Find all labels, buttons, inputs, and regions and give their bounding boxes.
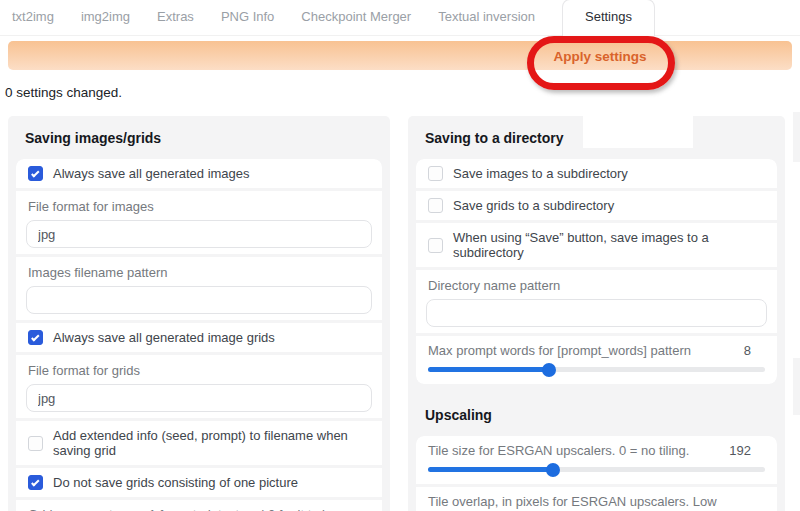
setting-add-extended-info[interactable]: Add extended info (seed, prompt) to file… — [16, 421, 382, 465]
tab-settings[interactable]: Settings — [562, 0, 655, 36]
checkmark-icon — [31, 169, 39, 177]
setting-tile-overlap: Tile overlap, in pixels for ESRGAN upsca… — [416, 487, 777, 511]
field-label: File format for grids — [28, 363, 372, 378]
field-label: Directory name pattern — [428, 278, 767, 293]
slider-label: Tile size for ESRGAN upscalers. 0 = no t… — [428, 443, 689, 458]
checkbox-label: Save images to a subdirectory — [453, 166, 628, 181]
top-tab-bar: txt2img img2img Extras PNG Info Checkpoi… — [0, 0, 800, 36]
checkbox-label: Always save all generated images — [53, 166, 250, 181]
checkbox-label: Always save all generated image grids — [53, 330, 275, 345]
slider-handle[interactable] — [542, 363, 556, 377]
setting-tile-size: Tile size for ESRGAN upscalers. 0 = no t… — [416, 436, 777, 484]
tab-textual-inversion[interactable]: Textual inversion — [438, 0, 535, 35]
setting-save-button-subdir[interactable]: When using “Save” button, save images to… — [416, 223, 777, 267]
setting-max-prompt-words: Max prompt words for [prompt_words] patt… — [416, 336, 777, 384]
settings-content: Saving images/grids Always save all gene… — [0, 116, 800, 511]
slider-label: Tile overlap, in pixels for ESRGAN upsca… — [428, 494, 744, 511]
checkbox[interactable] — [28, 330, 43, 345]
slider-value: 192 — [729, 443, 751, 458]
settings-card-upscaling: Tile size for ESRGAN upscalers. 0 = no t… — [416, 436, 777, 511]
settings-card: Always save all generated images File fo… — [16, 159, 382, 511]
setting-save-images-subdir[interactable]: Save images to a subdirectory — [416, 159, 777, 188]
field-label: File format for images — [28, 199, 372, 214]
checkmark-icon — [31, 333, 39, 341]
checkbox-label: Save grids to a subdirectory — [453, 198, 614, 213]
images-filename-pattern-input[interactable] — [26, 286, 372, 314]
field-label: Images filename pattern — [28, 265, 372, 280]
setting-always-save-grids[interactable]: Always save all generated image grids — [16, 323, 382, 352]
tab-png-info[interactable]: PNG Info — [221, 0, 274, 35]
section-saving-images-grids: Saving images/grids Always save all gene… — [8, 116, 390, 511]
file-format-grids-input[interactable] — [26, 384, 372, 412]
settings-changed-status: 0 settings changed. — [5, 85, 800, 100]
setting-save-grids-subdir[interactable]: Save grids to a subdirectory — [416, 191, 777, 220]
checkbox-label: Do not save grids consisting of one pict… — [53, 475, 298, 490]
setting-file-format-grids: File format for grids — [16, 355, 382, 418]
white-patch-overlay — [583, 110, 693, 148]
checkbox[interactable] — [28, 166, 43, 181]
slider-label: Max prompt words for [prompt_words] patt… — [428, 343, 691, 358]
tab-img2img[interactable]: img2img — [81, 0, 130, 35]
setting-file-format-images: File format for images — [16, 191, 382, 254]
checkbox-label: When using “Save” button, save images to… — [453, 230, 765, 260]
section-saving-directory: Saving to a directory Save images to a s… — [408, 116, 785, 511]
settings-card: Save images to a subdirectory Save grids… — [416, 159, 777, 384]
file-format-images-input[interactable] — [26, 220, 372, 248]
checkbox-label: Add extended info (seed, prompt) to file… — [53, 428, 370, 458]
slider-value: 8 — [744, 343, 751, 358]
setting-images-filename-pattern: Images filename pattern — [16, 257, 382, 320]
setting-no-single-picture-grids[interactable]: Do not save grids consisting of one pict… — [16, 468, 382, 497]
tab-txt2img[interactable]: txt2img — [12, 0, 54, 35]
next-column-sliver — [793, 112, 800, 511]
checkbox[interactable] — [28, 436, 43, 451]
setting-grid-row-count: Grid row count; use -1 for autodetect an… — [16, 500, 382, 511]
section-title: Saving images/grids — [8, 116, 390, 159]
checkbox[interactable] — [28, 475, 43, 490]
checkbox[interactable] — [428, 198, 443, 213]
max-prompt-words-slider[interactable] — [428, 367, 765, 372]
tile-size-slider[interactable] — [428, 467, 765, 472]
setting-directory-name-pattern: Directory name pattern — [416, 270, 777, 333]
red-highlight-annotation — [527, 36, 675, 90]
setting-always-save-images[interactable]: Always save all generated images — [16, 159, 382, 188]
checkbox[interactable] — [428, 238, 443, 253]
tab-checkpoint-merger[interactable]: Checkpoint Merger — [301, 0, 411, 35]
slider-handle[interactable] — [546, 463, 560, 477]
slider-label: Grid row count; use -1 for autodetect an… — [28, 507, 344, 511]
section-title-upscaling: Upscaling — [408, 384, 785, 436]
tab-extras[interactable]: Extras — [157, 0, 194, 35]
directory-name-pattern-input[interactable] — [426, 299, 767, 327]
checkbox[interactable] — [428, 166, 443, 181]
checkmark-icon — [31, 478, 39, 486]
